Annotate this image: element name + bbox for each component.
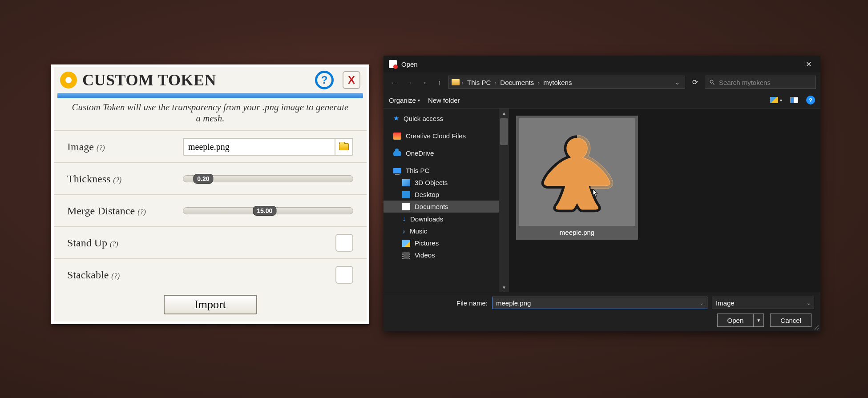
- custom-token-titlebar: CUSTOM TOKEN ? X: [54, 67, 367, 91]
- tree-item-label: Quick access: [404, 115, 443, 122]
- image-label: Image: [67, 141, 94, 153]
- chevron-down-icon: ▾: [418, 98, 420, 103]
- file-dialog-titlebar: Open ✕: [384, 56, 820, 72]
- app-icon: [389, 60, 397, 68]
- new-folder-button[interactable]: New folder: [428, 96, 460, 104]
- progress-bar: [57, 93, 363, 98]
- chevron-down-icon: ▾: [780, 98, 782, 103]
- tree-item-label: This PC: [406, 167, 429, 174]
- stackable-row: Stackable (?): [54, 258, 367, 290]
- navigation-tree: ★Quick accessCreative Cloud FilesOneDriv…: [384, 109, 499, 292]
- search-icon: 🔍︎: [709, 79, 715, 86]
- token-ring-icon: [60, 72, 77, 88]
- nav-forward-button[interactable]: →: [403, 79, 416, 86]
- thickness-slider-knob[interactable]: 0.20: [193, 174, 213, 184]
- merge-distance-slider[interactable]: 15.00: [183, 205, 353, 216]
- breadcrumb-mytokens[interactable]: mytokens: [541, 79, 573, 86]
- thickness-label: Thickness: [67, 173, 110, 185]
- import-button[interactable]: Import: [164, 295, 257, 314]
- file-dialog-body: ★Quick accessCreative Cloud FilesOneDriv…: [384, 108, 820, 292]
- tree-item-music[interactable]: ♪Music: [384, 225, 499, 237]
- custom-token-dialog: CUSTOM TOKEN ? X Custom Token will use t…: [51, 64, 369, 324]
- address-bar[interactable]: › This PC › Documents › mytokens ⌄: [448, 76, 685, 89]
- help-button[interactable]: ?: [806, 96, 815, 105]
- tree-item-label: Videos: [415, 251, 435, 259]
- tree-item-onedrive[interactable]: OneDrive: [384, 147, 499, 159]
- tree-scrollbar[interactable]: ▲ ▼: [499, 109, 509, 292]
- open-dropdown[interactable]: ▼: [754, 318, 763, 323]
- stackable-hint-icon[interactable]: (?): [111, 272, 120, 280]
- meeple-icon: [535, 130, 619, 214]
- tree-item-quick-access[interactable]: ★Quick access: [384, 112, 499, 125]
- breadcrumb-documents[interactable]: Documents: [498, 79, 536, 86]
- file-item-meeple[interactable]: meeple.png: [516, 116, 638, 240]
- thumbnail-view-icon: [770, 97, 778, 103]
- tree-item-label: Pictures: [415, 239, 439, 247]
- image-hint-icon[interactable]: (?): [97, 144, 105, 152]
- cancel-button[interactable]: Cancel: [770, 314, 811, 327]
- stackable-checkbox[interactable]: [335, 266, 353, 284]
- resize-grip-icon[interactable]: [813, 324, 819, 330]
- tree-item-downloads[interactable]: ↓Downloads: [384, 213, 499, 225]
- nav-back-button[interactable]: ←: [388, 79, 400, 86]
- nav-recent-dropdown[interactable]: ▾: [418, 80, 431, 85]
- tree-item-label: Creative Cloud Files: [406, 132, 466, 140]
- chevron-down-icon[interactable]: ⌄: [700, 301, 703, 306]
- image-path-input[interactable]: [183, 138, 335, 156]
- file-thumbnail: [519, 118, 635, 226]
- search-input[interactable]: 🔍︎ Search mytokens: [705, 76, 816, 89]
- tree-item-3d-objects[interactable]: 3D Objects: [384, 177, 499, 189]
- search-placeholder: Search mytokens: [719, 79, 771, 86]
- scroll-down-icon[interactable]: ▼: [499, 283, 509, 292]
- stand-up-row: Stand Up (?): [54, 226, 367, 258]
- filetype-select[interactable]: Image ⌄: [712, 297, 814, 309]
- scroll-up-icon[interactable]: ▲: [499, 109, 509, 117]
- refresh-button[interactable]: ⟳: [688, 78, 702, 86]
- tree-item-label: Documents: [415, 203, 448, 210]
- tree-item-creative-cloud-files[interactable]: Creative Cloud Files: [384, 130, 499, 142]
- scroll-thumb[interactable]: [500, 118, 508, 145]
- stand-up-hint-icon[interactable]: (?): [110, 240, 118, 248]
- tree-item-this-pc[interactable]: This PC: [384, 165, 499, 177]
- file-dialog-title: Open: [401, 60, 798, 68]
- stand-up-label: Stand Up: [67, 237, 107, 249]
- filename-input[interactable]: meeple.png ⌄: [492, 297, 707, 309]
- address-dropdown[interactable]: ⌄: [673, 78, 682, 86]
- chevron-right-icon: ›: [461, 79, 464, 86]
- chevron-right-icon: ›: [537, 79, 540, 86]
- dialog-description: Custom Token will use the transparency f…: [54, 98, 367, 130]
- open-button[interactable]: Open ▼: [717, 314, 764, 327]
- tree-item-label: Music: [410, 227, 427, 235]
- thickness-row: Thickness (?) 0.20: [54, 162, 367, 194]
- browse-button[interactable]: [335, 138, 353, 156]
- chevron-right-icon: ›: [494, 79, 497, 86]
- tree-item-documents[interactable]: Documents: [384, 201, 499, 213]
- tree-item-label: Desktop: [415, 191, 439, 198]
- breadcrumb-this-pc[interactable]: This PC: [465, 79, 493, 86]
- tree-item-label: Downloads: [410, 215, 443, 223]
- thickness-hint-icon[interactable]: (?): [113, 176, 121, 184]
- thickness-slider[interactable]: 0.20: [183, 173, 353, 184]
- custom-token-title: CUSTOM TOKEN: [82, 71, 310, 89]
- window-close-button[interactable]: ✕: [802, 58, 815, 70]
- stand-up-checkbox[interactable]: [335, 234, 353, 252]
- view-mode-button[interactable]: ▾: [770, 97, 782, 103]
- tree-item-desktop[interactable]: Desktop: [384, 189, 499, 201]
- file-open-dialog: Open ✕ ← → ▾ ↑ › This PC › Documents › m…: [384, 56, 820, 331]
- folder-icon: [339, 143, 349, 150]
- help-icon[interactable]: ?: [315, 71, 334, 89]
- merge-distance-hint-icon[interactable]: (?): [137, 208, 146, 216]
- merge-distance-slider-knob[interactable]: 15.00: [253, 206, 276, 216]
- organize-menu[interactable]: Organize ▾: [389, 96, 420, 104]
- tree-item-label: 3D Objects: [415, 179, 448, 186]
- close-button[interactable]: X: [343, 71, 360, 89]
- chevron-down-icon[interactable]: ⌄: [807, 301, 810, 306]
- filename-label: File name:: [390, 299, 488, 307]
- file-dialog-footer: File name: meeple.png ⌄ Image ⌄ Open ▼ C…: [384, 292, 820, 331]
- nav-up-button[interactable]: ↑: [433, 79, 446, 86]
- tree-item-pictures[interactable]: Pictures: [384, 237, 499, 249]
- preview-pane-button[interactable]: [790, 97, 798, 103]
- merge-distance-label: Merge Distance: [67, 205, 135, 217]
- file-list: meeple.png: [509, 109, 820, 292]
- tree-item-videos[interactable]: Videos: [384, 249, 499, 261]
